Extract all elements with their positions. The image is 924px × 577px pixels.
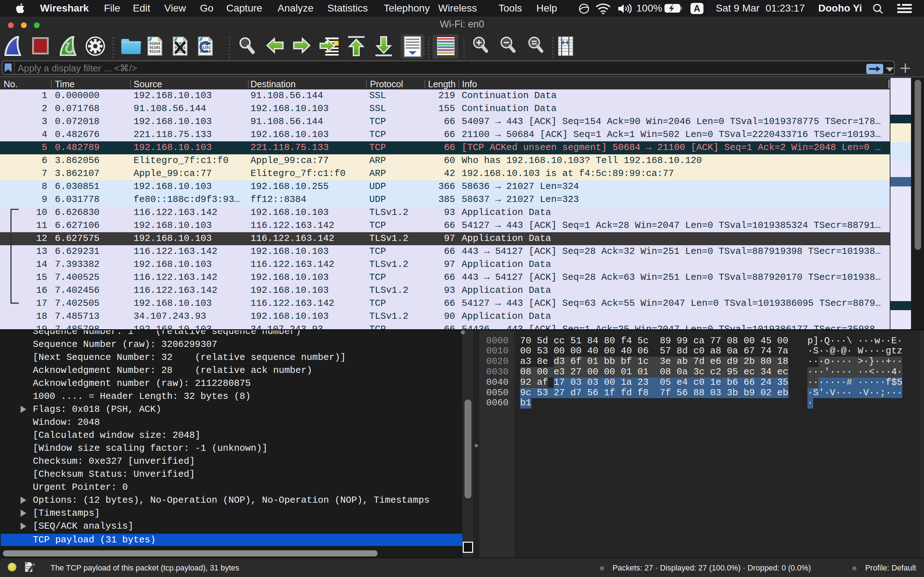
svg-text:0101: 0101	[26, 566, 31, 568]
svg-text:01110: 01110	[149, 50, 160, 54]
svg-text:01010: 01010	[149, 42, 160, 46]
svg-text:01101: 01101	[149, 46, 160, 50]
